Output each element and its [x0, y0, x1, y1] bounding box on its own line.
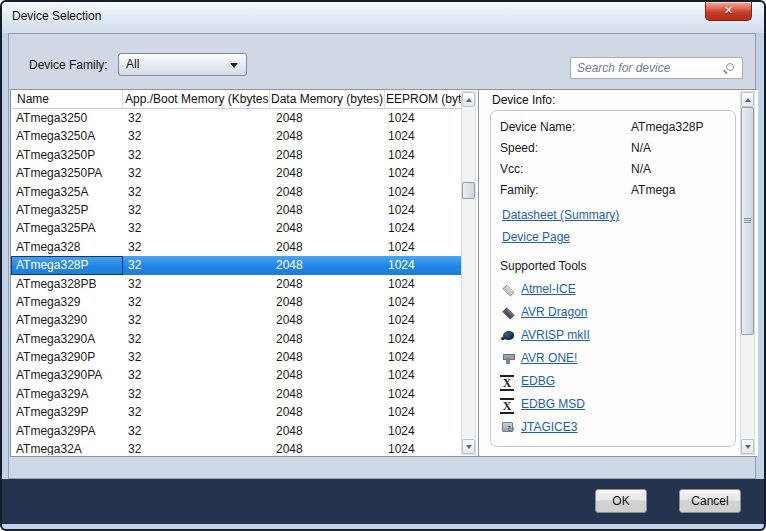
tool-item: EDBG MSD	[500, 392, 735, 415]
column-header-name[interactable]: Name	[11, 90, 123, 108]
cell-app-boot: 32	[123, 403, 270, 421]
edbg-icon	[500, 374, 517, 388]
title-bar[interactable]: Device Selection	[2, 2, 764, 33]
supported-tools-title: Supported Tools	[500, 259, 735, 275]
cell-name: ATmega328PB	[11, 275, 123, 293]
search-input[interactable]	[577, 59, 717, 77]
cell-data-memory: 2048	[270, 330, 385, 348]
table-row[interactable]: ATmega3290A3220481024	[11, 330, 461, 348]
table-row[interactable]: ATmega3290P3220481024	[11, 348, 461, 366]
tool-link[interactable]: EDBG	[521, 374, 555, 388]
tool-link[interactable]: AVRISP mkII	[521, 328, 590, 342]
table-row[interactable]: ATmega328PB3220481024	[11, 275, 461, 293]
cell-name: ATmega329A	[11, 385, 123, 403]
column-header-eeprom[interactable]: EEPROM (bytes)	[385, 90, 461, 108]
table-row[interactable]: ATmega32903220481024	[11, 311, 461, 329]
tool-link[interactable]: AVR ONE!	[521, 351, 577, 365]
tool-link[interactable]: JTAGICE3	[521, 420, 577, 434]
device-family-selected-value: All	[126, 57, 139, 71]
table-scrollbar-thumb[interactable]	[462, 182, 475, 199]
device-info-link[interactable]: Device Page	[502, 229, 735, 247]
cell-data-memory: 2048	[270, 219, 385, 237]
device-info-groupbox: Device Name:ATmega328PSpeed:N/AVcc:N/AFa…	[490, 110, 736, 447]
cell-name: ATmega328	[11, 238, 123, 256]
table-row[interactable]: ATmega329PA3220481024	[11, 422, 461, 440]
tool-link[interactable]: EDBG MSD	[521, 397, 585, 411]
tool-link[interactable]: AVR Dragon	[521, 305, 587, 319]
cell-data-memory: 2048	[270, 256, 385, 274]
table-row[interactable]: ATmega32503220481024	[11, 109, 461, 127]
scroll-up-button[interactable]	[462, 92, 475, 107]
device-selection-dialog: Device Selection ✕ Device Family: All Na…	[0, 0, 766, 531]
scroll-up-button[interactable]	[741, 92, 754, 107]
avr-one-icon	[500, 351, 517, 365]
table-row[interactable]: ATmega325P3220481024	[11, 201, 461, 219]
arrow-down-icon	[745, 445, 751, 449]
device-info-link[interactable]: Datasheet (Summary)	[502, 207, 735, 225]
ok-button[interactable]: OK	[595, 489, 647, 513]
column-header-app-boot[interactable]: App./Boot Memory (Kbytes)	[123, 90, 270, 108]
cell-app-boot: 32	[123, 219, 270, 237]
table-row[interactable]: ATmega329P3220481024	[11, 403, 461, 421]
table-scrollbar[interactable]	[461, 91, 476, 455]
cell-eeprom: 1024	[385, 109, 461, 127]
table-row[interactable]: ATmega3293220481024	[11, 293, 461, 311]
field-label: Device Name:	[500, 119, 631, 140]
field-value: ATmega	[631, 182, 735, 203]
close-icon: ✕	[724, 4, 733, 16]
panel-scrollbar-thumb[interactable]	[741, 107, 754, 335]
cell-app-boot: 32	[123, 146, 270, 164]
device-family-dropdown[interactable]: All	[118, 53, 247, 76]
cell-eeprom: 1024	[385, 238, 461, 256]
device-family-label: Device Family:	[29, 58, 108, 72]
table-row[interactable]: ATmega3283220481024	[11, 238, 461, 256]
cell-name: ATmega325P	[11, 201, 123, 219]
cell-app-boot: 32	[123, 164, 270, 182]
table-row[interactable]: ATmega328P3220481024	[11, 256, 461, 274]
table-row[interactable]: ATmega3250PA3220481024	[11, 164, 461, 182]
cell-name: ATmega3290PA	[11, 366, 123, 384]
tool-item: AVR Dragon	[500, 300, 735, 323]
table-row[interactable]: ATmega3250P3220481024	[11, 146, 461, 164]
cell-data-memory: 2048	[270, 201, 385, 219]
cell-eeprom: 1024	[385, 256, 461, 274]
search-icon[interactable]	[726, 63, 734, 71]
cell-data-memory: 2048	[270, 164, 385, 182]
device-search	[570, 57, 743, 79]
table-row[interactable]: ATmega329A3220481024	[11, 385, 461, 403]
cell-eeprom: 1024	[385, 330, 461, 348]
cell-name: ATmega325A	[11, 183, 123, 201]
tool-link[interactable]: Atmel-ICE	[521, 282, 576, 296]
close-button[interactable]: ✕	[705, 2, 752, 21]
cell-eeprom: 1024	[385, 275, 461, 293]
table-row[interactable]: ATmega325A3220481024	[11, 183, 461, 201]
table-row[interactable]: ATmega325PA3220481024	[11, 219, 461, 237]
cell-eeprom: 1024	[385, 422, 461, 440]
table-row[interactable]: ATmega3290PA3220481024	[11, 366, 461, 384]
scroll-down-button[interactable]	[462, 439, 475, 454]
column-header-data-memory[interactable]: Data Memory (bytes)	[270, 90, 385, 108]
table-row[interactable]: ATmega3250A3220481024	[11, 127, 461, 145]
cell-name: ATmega3290	[11, 311, 123, 329]
cancel-button[interactable]: Cancel	[679, 489, 741, 513]
jtagice3-icon	[500, 420, 517, 434]
cell-data-memory: 2048	[270, 403, 385, 421]
device-info-panel: Device Info: Device Name:ATmega328PSpeed…	[478, 90, 758, 456]
cell-data-memory: 2048	[270, 275, 385, 293]
cell-app-boot: 32	[123, 256, 270, 274]
scroll-down-button[interactable]	[741, 439, 754, 454]
cell-eeprom: 1024	[385, 385, 461, 403]
cell-eeprom: 1024	[385, 403, 461, 421]
panel-scrollbar[interactable]	[740, 91, 755, 455]
table-row[interactable]: ATmega32A3220481024	[11, 440, 461, 455]
cell-name: ATmega3290A	[11, 330, 123, 348]
arrow-up-icon	[466, 98, 472, 102]
chevron-down-icon	[230, 63, 238, 68]
device-browser: Name App./Boot Memory (Kbytes) Data Memo…	[10, 89, 757, 457]
device-info-field: Device Name:ATmega328P	[500, 119, 735, 140]
device-info-field: Speed:N/A	[500, 140, 735, 161]
edbg-msd-icon	[500, 397, 517, 411]
arrow-down-icon	[466, 445, 472, 449]
device-info-fields: Device Name:ATmega328PSpeed:N/AVcc:N/AFa…	[500, 119, 735, 203]
cell-app-boot: 32	[123, 348, 270, 366]
